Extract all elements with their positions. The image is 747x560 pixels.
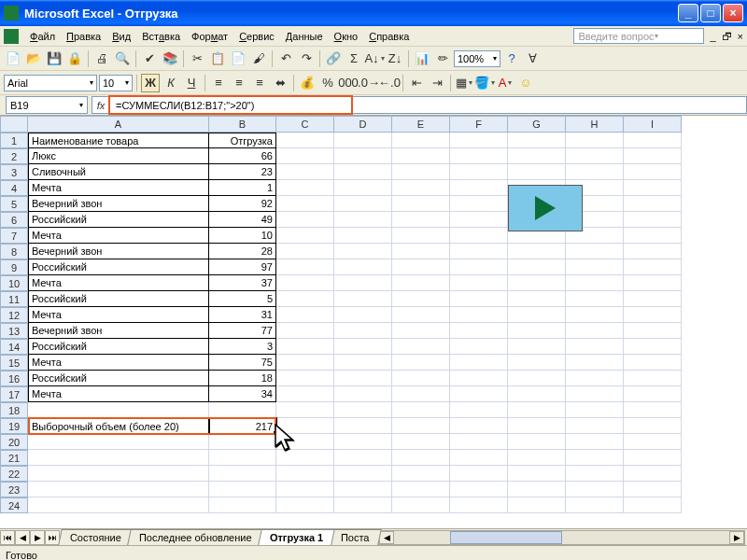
- decrease-indent-icon[interactable]: ⇤: [407, 74, 426, 92]
- cell-empty[interactable]: [276, 339, 334, 355]
- cell-empty[interactable]: [566, 450, 624, 466]
- zoom-box[interactable]: 100%▾: [454, 50, 500, 67]
- font-color-icon[interactable]: A: [496, 74, 514, 92]
- cell-empty[interactable]: [276, 259, 334, 275]
- cell-empty[interactable]: [450, 434, 508, 450]
- cell-empty[interactable]: [508, 339, 566, 355]
- cell-empty[interactable]: [624, 450, 682, 466]
- help-icon[interactable]: ?: [502, 49, 521, 68]
- cell-empty[interactable]: [334, 323, 392, 339]
- tab-nav-last[interactable]: ⏭: [45, 530, 60, 545]
- cell-empty[interactable]: [334, 307, 392, 323]
- cell-empty[interactable]: [276, 180, 334, 196]
- menu-window[interactable]: Окно: [329, 29, 364, 44]
- cell-empty[interactable]: [450, 339, 508, 355]
- cell-empty[interactable]: [566, 466, 624, 482]
- cell-empty[interactable]: [508, 434, 566, 450]
- cell-A23[interactable]: [28, 482, 209, 497]
- cell-empty[interactable]: [566, 164, 624, 180]
- cell-B18[interactable]: [209, 402, 276, 418]
- preview-icon[interactable]: 🔍: [113, 49, 132, 68]
- cell-A12[interactable]: Мечта: [28, 307, 209, 323]
- cell-empty[interactable]: [450, 482, 508, 497]
- format-painter-icon[interactable]: 🖌: [249, 49, 268, 68]
- cell-B10[interactable]: 37: [209, 275, 276, 291]
- cell-empty[interactable]: [508, 164, 566, 180]
- borders-icon[interactable]: ▦: [455, 74, 473, 92]
- menu-edit[interactable]: Правка: [61, 29, 106, 44]
- cell-empty[interactable]: [392, 148, 450, 164]
- cell-empty[interactable]: [392, 418, 450, 434]
- cell-empty[interactable]: [276, 466, 334, 482]
- cell-A8[interactable]: Вечерний звон: [28, 244, 209, 259]
- cell-empty[interactable]: [450, 466, 508, 482]
- cell-empty[interactable]: [508, 259, 566, 275]
- cell-B5[interactable]: 92: [209, 196, 276, 212]
- cell-empty[interactable]: [450, 212, 508, 228]
- font-selector[interactable]: Arial▾: [4, 75, 97, 91]
- cell-empty[interactable]: [276, 371, 334, 386]
- cell-empty[interactable]: [450, 148, 508, 164]
- cell-A14[interactable]: Российский: [28, 339, 209, 355]
- cell-empty[interactable]: [276, 196, 334, 212]
- row-header-11[interactable]: 11: [0, 291, 28, 307]
- save-icon[interactable]: 💾: [45, 49, 63, 68]
- merge-center-icon[interactable]: ⬌: [271, 74, 289, 92]
- cell-empty[interactable]: [566, 275, 624, 291]
- cell-empty[interactable]: [624, 196, 682, 212]
- cell-A19[interactable]: Выборочный объем (более 20): [28, 418, 209, 434]
- drawing-icon[interactable]: ✏: [433, 49, 452, 68]
- cell-empty[interactable]: [624, 259, 682, 275]
- sheet-tab-4[interactable]: Поста: [329, 529, 381, 545]
- cell-empty[interactable]: [566, 482, 624, 497]
- cell-B22[interactable]: [209, 466, 276, 482]
- row-header-24[interactable]: 24: [0, 497, 28, 513]
- cell-empty[interactable]: [334, 402, 392, 418]
- cell-empty[interactable]: [392, 180, 450, 196]
- cell-empty[interactable]: [450, 133, 508, 148]
- cell-empty[interactable]: [392, 434, 450, 450]
- cell-B12[interactable]: 31: [209, 307, 276, 323]
- cell-empty[interactable]: [392, 466, 450, 482]
- cell-empty[interactable]: [334, 180, 392, 196]
- paste-icon[interactable]: 📄: [229, 49, 247, 68]
- cell-empty[interactable]: [276, 275, 334, 291]
- row-header-18[interactable]: 18: [0, 402, 28, 418]
- cell-empty[interactable]: [624, 323, 682, 339]
- research-icon[interactable]: 📚: [161, 49, 179, 68]
- hyperlink-icon[interactable]: 🔗: [324, 49, 343, 68]
- cell-empty[interactable]: [624, 244, 682, 259]
- cell-empty[interactable]: [334, 418, 392, 434]
- cell-empty[interactable]: [392, 482, 450, 497]
- autosum-icon[interactable]: Σ: [345, 49, 363, 68]
- cell-empty[interactable]: [450, 497, 508, 513]
- cell-empty[interactable]: [392, 164, 450, 180]
- row-header-15[interactable]: 15: [0, 355, 28, 371]
- cell-empty[interactable]: [392, 196, 450, 212]
- tab-nav-prev[interactable]: ◀: [15, 530, 30, 545]
- cell-empty[interactable]: [276, 402, 334, 418]
- cell-A4[interactable]: Мечта: [28, 180, 209, 196]
- row-header-22[interactable]: 22: [0, 466, 28, 482]
- cell-empty[interactable]: [508, 323, 566, 339]
- cell-empty[interactable]: [450, 164, 508, 180]
- underline-button[interactable]: Ч: [182, 74, 201, 92]
- cell-empty[interactable]: [450, 180, 508, 196]
- redo-icon[interactable]: ↷: [297, 49, 316, 68]
- menu-insert[interactable]: Вставка: [136, 29, 186, 44]
- cell-empty[interactable]: [508, 418, 566, 434]
- cell-empty[interactable]: [334, 482, 392, 497]
- cell-empty[interactable]: [566, 148, 624, 164]
- cell-empty[interactable]: [566, 259, 624, 275]
- cell-B2[interactable]: 66: [209, 148, 276, 164]
- cell-A22[interactable]: [28, 466, 209, 482]
- cell-A10[interactable]: Мечта: [28, 275, 209, 291]
- cell-B13[interactable]: 77: [209, 323, 276, 339]
- cell-empty[interactable]: [392, 323, 450, 339]
- scroll-right-icon[interactable]: ▶: [729, 531, 744, 544]
- cell-empty[interactable]: [450, 386, 508, 402]
- cell-empty[interactable]: [566, 323, 624, 339]
- cell-empty[interactable]: [334, 133, 392, 148]
- cell-empty[interactable]: [450, 228, 508, 244]
- cell-B14[interactable]: 3: [209, 339, 276, 355]
